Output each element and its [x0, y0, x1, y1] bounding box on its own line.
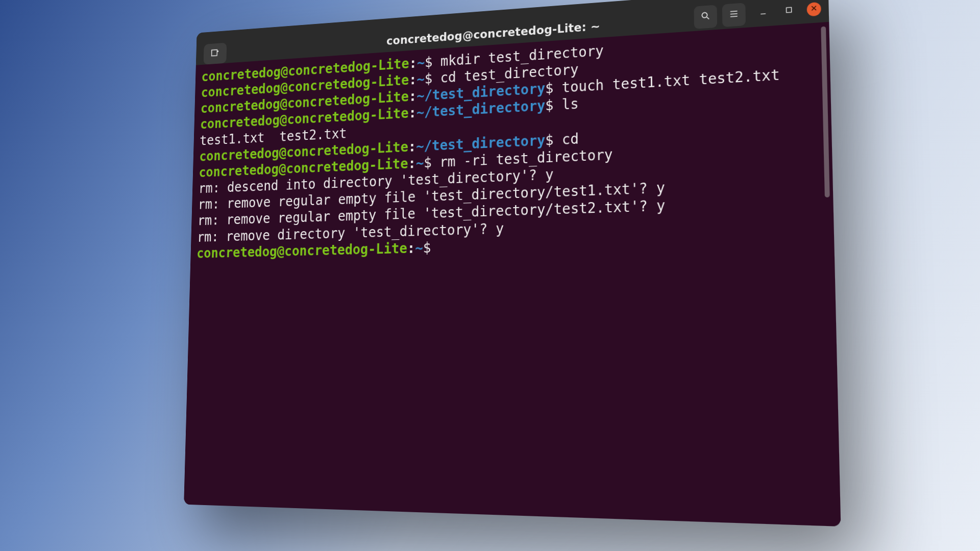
minimize-button[interactable] — [755, 5, 771, 21]
close-icon — [810, 4, 819, 15]
search-button[interactable] — [694, 5, 717, 29]
svg-point-0 — [702, 12, 707, 18]
close-button[interactable] — [806, 2, 821, 17]
terminal-body[interactable]: concretedog@concretedog-Lite:~$ mkdir te… — [184, 22, 841, 527]
minimize-icon — [759, 7, 768, 18]
new-tab-icon — [210, 47, 220, 60]
terminal-output: concretedog@concretedog-Lite:~$ mkdir te… — [197, 28, 825, 262]
terminal-window: concretedog@concretedog-Lite: ~ — [184, 0, 841, 527]
svg-rect-1 — [787, 7, 792, 12]
menu-button[interactable] — [722, 3, 746, 27]
maximize-icon — [785, 6, 793, 17]
search-icon — [700, 10, 711, 23]
new-tab-button[interactable] — [204, 43, 227, 65]
maximize-button[interactable] — [781, 3, 797, 19]
hamburger-menu-icon — [728, 8, 739, 21]
